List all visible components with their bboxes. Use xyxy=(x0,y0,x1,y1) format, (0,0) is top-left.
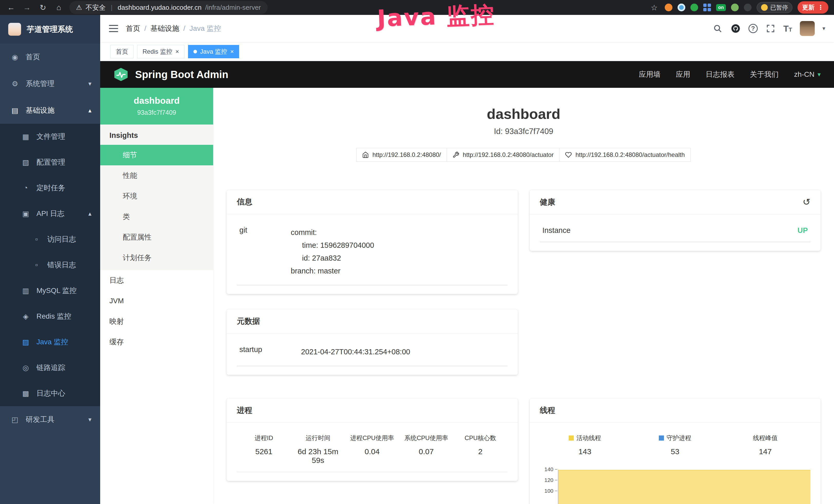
extension-puzzle-icon[interactable] xyxy=(744,4,751,11)
insights-group: Insights 细节 性能 环境 类 配置属性 计划任务 xyxy=(100,124,213,270)
extension-grid-icon[interactable] xyxy=(703,4,711,11)
sidebar-item-home[interactable]: ◉ 首页 xyxy=(0,44,100,70)
sba-item-details[interactable]: 细节 xyxy=(100,145,213,165)
hamburger-icon[interactable] xyxy=(109,25,118,32)
extension-icon-orange[interactable] xyxy=(665,4,673,11)
sidebar-item-label: 研发工具 xyxy=(26,415,54,425)
col-label: 进程ID xyxy=(237,434,291,442)
dashboard-icon: ◉ xyxy=(10,53,20,61)
health-link[interactable]: http://192.168.0.2:48080/actuator/health xyxy=(559,148,691,162)
sba-nav-wallboard[interactable]: 应用墙 xyxy=(639,70,661,79)
security-warning-icon[interactable]: ⚠ xyxy=(76,4,82,12)
back-icon[interactable]: ← xyxy=(6,3,17,12)
tab-redis-monitor[interactable]: Redis 监控 × xyxy=(137,45,184,58)
address-divider: | xyxy=(109,4,114,12)
update-button[interactable]: 更新 ⋮ xyxy=(797,1,828,14)
sba-item-scheduled-tasks[interactable]: 计划任务 xyxy=(100,248,213,268)
search-icon[interactable] xyxy=(712,23,723,33)
sidebar-item-mysql-monitor[interactable]: ▥ MySQL 监控 xyxy=(0,278,100,303)
reload-icon[interactable]: ↻ xyxy=(38,3,48,12)
page-title: dashboard xyxy=(226,106,821,122)
browser-toolbar-right: ☆ on 已暂停 更新 ⋮ xyxy=(649,1,828,14)
sidebar-item-dev-tools[interactable]: ◰ 研发工具 ▾ xyxy=(0,406,100,433)
sba-nav: 应用墙 应用 日志报表 关于我们 zh-CN ▾ xyxy=(639,70,821,79)
threads-card-title: 线程 xyxy=(530,398,821,422)
legend-label: 线程峰值 xyxy=(753,434,777,442)
sba-item-performance[interactable]: 性能 xyxy=(100,165,213,186)
config-icon: ▧ xyxy=(21,158,30,167)
sidebar-item-config-management[interactable]: ▧ 配置管理 xyxy=(0,150,100,175)
sidebar-item-log-center[interactable]: ▩ 日志中心 xyxy=(0,381,100,406)
profile-paused-badge[interactable]: 已暂停 xyxy=(757,2,792,13)
extension-on-badge[interactable]: on xyxy=(716,4,726,11)
sidebar-item-error-logs[interactable]: ▫ 错误日志 xyxy=(0,252,100,278)
legend-live-threads: 活动线程 143 xyxy=(540,434,630,456)
sidebar-item-link-tracing[interactable]: ◎ 链路追踪 xyxy=(0,355,100,381)
sba-item-logs[interactable]: 日志 xyxy=(100,270,213,291)
help-icon[interactable]: ? xyxy=(748,24,758,33)
sba-item-classes[interactable]: 类 xyxy=(100,206,213,227)
instance-home-link[interactable]: http://192.168.0.2:48080/ xyxy=(356,148,447,162)
sba-item-jvm[interactable]: JVM xyxy=(100,291,213,311)
sidebar-item-label: MySQL 监控 xyxy=(37,286,76,296)
tags-view-bar: 首页 Redis 监控 × Java 监控 × xyxy=(100,42,834,61)
breadcrumb: 首页 / 基础设施 / Java 监控 xyxy=(126,24,221,33)
chart-y-axis: 140 120 100 xyxy=(540,465,558,504)
extension-icon-green[interactable] xyxy=(690,4,698,11)
sidebar-item-java-monitor[interactable]: ▨ Java 监控 xyxy=(0,329,100,355)
fullscreen-icon[interactable] xyxy=(765,23,776,33)
tab-label: Java 监控 xyxy=(200,47,227,56)
mysql-icon: ▥ xyxy=(21,287,30,295)
bookmark-star-icon[interactable]: ☆ xyxy=(649,3,660,12)
font-size-icon[interactable]: TT xyxy=(784,24,792,33)
sba-item-caches[interactable]: 缓存 xyxy=(100,332,213,352)
extension-icon-leaf[interactable] xyxy=(731,4,739,11)
sidebar-item-infrastructure[interactable]: ▤ 基础设施 ▴ xyxy=(0,97,100,124)
sba-item-environment[interactable]: 环境 xyxy=(100,186,213,206)
user-menu-caret-icon[interactable]: ▾ xyxy=(822,25,825,32)
address-bar[interactable]: ⚠ 不安全 | dashboard.yudao.iocoder.cn/infra… xyxy=(69,1,268,14)
sidebar-item-api-logs[interactable]: ▣ API 日志 ▴ xyxy=(0,201,100,226)
dev-tools-icon: ◰ xyxy=(10,415,20,424)
tab-home[interactable]: 首页 xyxy=(110,45,134,58)
breadcrumb-home[interactable]: 首页 xyxy=(126,24,140,33)
browser-home-icon[interactable]: ⌂ xyxy=(53,3,64,12)
forward-icon[interactable]: → xyxy=(22,3,32,12)
sidebar-item-label: 配置管理 xyxy=(37,157,65,167)
close-icon[interactable]: × xyxy=(175,48,179,55)
startup-row: startup 2021-04-27T00:44:31.254+08:00 xyxy=(237,341,507,366)
user-avatar[interactable] xyxy=(800,21,815,36)
legend-value: 143 xyxy=(540,447,630,456)
cards-row-1: 信息 git commit: time: 1596289704000 id: 2… xyxy=(226,190,821,375)
access-log-icon: ▫ xyxy=(32,235,41,244)
startup-value: 2021-04-27T00:44:31.254+08:00 xyxy=(301,345,410,358)
sidebar-item-access-logs[interactable]: ▫ 访问日志 xyxy=(0,226,100,252)
instance-header[interactable]: dashboard 93a3fc7f7409 xyxy=(100,88,213,124)
app-logo[interactable]: 芋道管理系统 xyxy=(0,15,100,44)
process-col-pid: 进程ID 5261 xyxy=(237,434,291,465)
instance-health-row: Instance UP xyxy=(540,222,811,242)
sba-nav-about[interactable]: 关于我们 xyxy=(750,70,779,79)
actuator-link[interactable]: http://192.168.0.2:48080/actuator xyxy=(447,148,560,162)
close-icon[interactable]: × xyxy=(230,48,234,55)
sba-nav-journal[interactable]: 日志报表 xyxy=(706,70,734,79)
extension-icon-blue[interactable] xyxy=(678,4,685,11)
instance-links: http://192.168.0.2:48080/ http://192.168… xyxy=(226,148,821,162)
sidebar-item-file-management[interactable]: ▦ 文件管理 xyxy=(0,124,100,150)
col-label: 进程CPU使用率 xyxy=(345,434,399,442)
link-url: http://192.168.0.2:48080/actuator/health xyxy=(575,151,685,158)
locale-select[interactable]: zh-CN ▾ xyxy=(794,70,821,78)
sba-nav-applications[interactable]: 应用 xyxy=(676,70,690,79)
sba-item-config-properties[interactable]: 配置属性 xyxy=(100,227,213,248)
tab-java-monitor[interactable]: Java 监控 × xyxy=(188,45,239,58)
history-icon[interactable]: ↺ xyxy=(803,197,810,207)
sidebar-item-redis-monitor[interactable]: ◈ Redis 监控 xyxy=(0,303,100,329)
sidebar-item-system-management[interactable]: ⚙ 系统管理 ▾ xyxy=(0,70,100,97)
info-card: 信息 git commit: time: 1596289704000 id: 2… xyxy=(226,190,518,294)
breadcrumb-infrastructure[interactable]: 基础设施 xyxy=(151,24,179,33)
github-icon[interactable] xyxy=(730,23,741,33)
sba-item-mappings[interactable]: 映射 xyxy=(100,311,213,332)
status-badge: UP xyxy=(797,226,808,235)
sidebar-item-scheduled-tasks[interactable]: ◔ 定时任务 xyxy=(0,175,100,201)
y-tick-140: 140 xyxy=(544,466,557,473)
